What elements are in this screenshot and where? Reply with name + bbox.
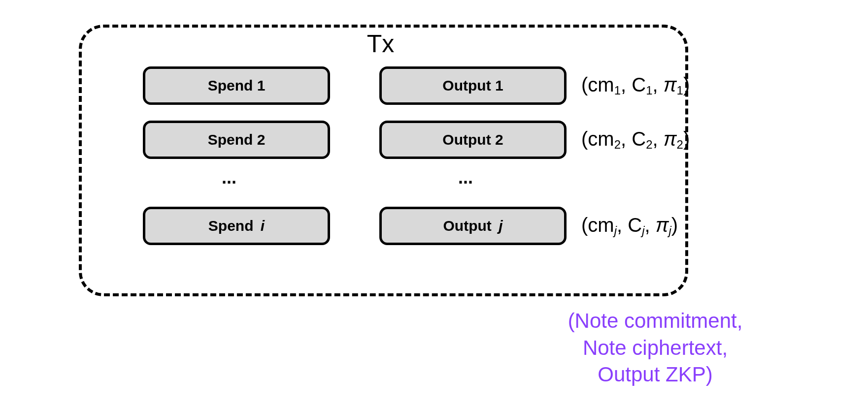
output-label: Output [442, 131, 491, 148]
legend-line-2: Note ciphertext, [488, 335, 823, 362]
output-index: 2 [495, 131, 503, 148]
output-label: Output [442, 77, 491, 94]
spend-box-2: Spend 2 [143, 121, 330, 159]
tx-title: Tx [79, 30, 682, 58]
output-annotation-1: (cm1, C1, π1) [581, 74, 690, 97]
diagram-stage: Tx Spend 1 Spend 2 ... Spend i Output 1 … [0, 0, 868, 408]
spend-index: i [261, 218, 265, 234]
spend-index: 2 [257, 131, 266, 148]
output-ellipsis: ... [458, 167, 473, 188]
spend-box-i: Spend i [143, 207, 330, 245]
output-box-1: Output 1 [379, 66, 567, 105]
output-annotation-2: (cm2, C2, π2) [581, 128, 690, 152]
spend-box-1: Spend 1 [143, 66, 330, 105]
output-label: Output [443, 218, 492, 234]
tx-container [79, 25, 688, 296]
spend-label: Spend [208, 77, 253, 94]
output-box-2: Output 2 [379, 121, 567, 159]
output-index: j [499, 218, 502, 234]
legend-line-3: Output ZKP) [488, 361, 823, 388]
legend-line-1: (Note commitment, [488, 308, 823, 335]
legend: (Note commitment, Note ciphertext, Outpu… [488, 308, 823, 388]
output-annotation-j: (cmj, Cj, πj) [581, 214, 678, 238]
spend-ellipsis: ... [222, 167, 236, 188]
output-box-j: Output j [379, 207, 567, 245]
output-index: 1 [495, 77, 503, 94]
spend-index: 1 [257, 77, 266, 94]
spend-label: Spend [208, 131, 253, 148]
spend-label: Spend [208, 218, 254, 234]
